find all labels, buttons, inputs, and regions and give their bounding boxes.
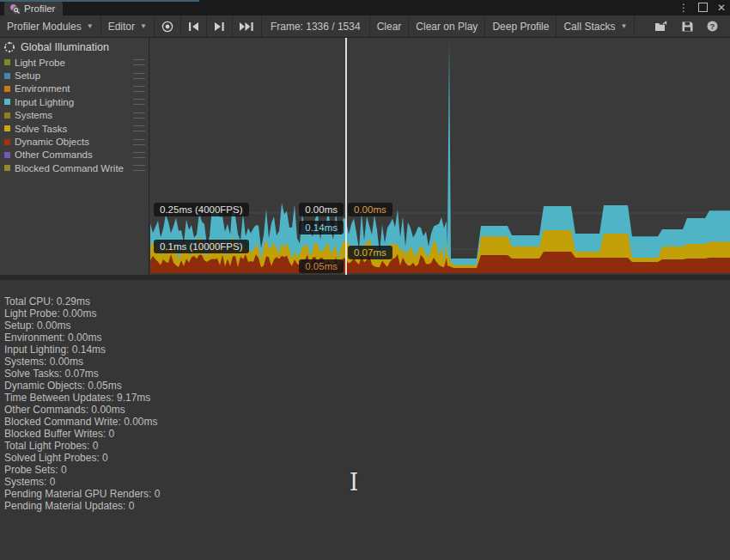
- module-title: Global Illumination: [21, 41, 109, 53]
- profiler-modules-dropdown[interactable]: Profiler Modules ▼: [0, 15, 101, 37]
- chart-marker-label: 0.00ms: [299, 203, 344, 216]
- clear-button[interactable]: Clear: [370, 15, 410, 37]
- legend-item-solve-tasks[interactable]: Solve Tasks: [0, 122, 149, 135]
- chart-marker-label: 0.07ms: [348, 246, 392, 259]
- chart-marker-label: 0.05ms: [299, 259, 344, 273]
- maximize-icon[interactable]: [698, 0, 708, 15]
- stat-line: Solve Tasks: 0.07ms: [4, 368, 730, 380]
- editor-dropdown[interactable]: Editor ▼: [101, 15, 155, 37]
- last-frame-icon: [239, 21, 255, 32]
- context-menu-button[interactable]: ⋮: [725, 15, 730, 37]
- stat-line: Total Light Probes: 0: [4, 440, 730, 452]
- tab-profiler[interactable]: Profiler: [4, 2, 63, 15]
- stat-line: Light Probe: 0.00ms: [4, 307, 730, 320]
- stat-line: Systems: 0.00ms: [4, 356, 730, 368]
- deep-profile-button[interactable]: Deep Profile: [485, 15, 557, 37]
- legend-item-environment[interactable]: Environment: [0, 82, 149, 95]
- details-pane: Total CPU: 0.29msLight Probe: 0.00msSetu…: [0, 280, 730, 560]
- stat-line: Solved Light Probes: 0: [4, 452, 730, 464]
- next-frame-icon: [213, 21, 226, 32]
- stat-line: Blocked Command Write: 0.00ms: [4, 416, 730, 428]
- stat-line: Environment: 0.00ms: [4, 332, 730, 344]
- stat-line: Systems: 0: [4, 476, 730, 488]
- drag-handle-icon[interactable]: [133, 86, 145, 92]
- prev-frame-button[interactable]: [181, 15, 207, 37]
- close-icon[interactable]: ✕: [717, 1, 726, 15]
- toolbar: Profiler Modules ▼ Editor ▼: [0, 15, 730, 38]
- stat-line: Input Lighting: 0.14ms: [4, 344, 730, 356]
- help-button[interactable]: ?: [700, 15, 725, 37]
- chart-marker-label: 0.1ms (10000FPS): [154, 240, 249, 253]
- selected-frame-line: [345, 38, 347, 275]
- legend-item-setup[interactable]: Setup: [0, 69, 149, 82]
- drag-handle-icon[interactable]: [133, 152, 145, 158]
- legend-item-dynamic-objects[interactable]: Dynamic Objects: [0, 135, 149, 148]
- stat-line: Total CPU: 0.29ms: [4, 295, 730, 307]
- chevron-down-icon: ▼: [620, 22, 627, 30]
- legend-color-swatch: [4, 165, 10, 171]
- legend-item-label: Dynamic Objects: [15, 137, 133, 147]
- legend-color-swatch: [4, 152, 10, 158]
- legend-color-swatch: [4, 125, 10, 131]
- profiler-modules-label: Profiler Modules: [7, 21, 82, 33]
- legend-item-label: Input Lighting: [15, 97, 133, 107]
- legend-color-swatch: [4, 59, 10, 65]
- module-sidebar: Global Illumination Light ProbeSetupEnvi…: [0, 38, 149, 275]
- legend-item-label: Setup: [15, 70, 133, 81]
- profiler-window: Profiler ⋮ ✕ Profiler Modules ▼ Editor ▼: [0, 0, 730, 560]
- clear-label: Clear: [377, 21, 402, 33]
- legend-item-label: Solve Tasks: [15, 124, 133, 134]
- prev-frame-icon: [187, 21, 200, 32]
- frame-label: Frame: 1336 / 1534: [271, 21, 361, 33]
- chevron-down-icon: ▼: [87, 22, 94, 30]
- call-stacks-label: Call Stacks: [563, 21, 615, 33]
- call-stacks-dropdown[interactable]: Call Stacks ▼: [557, 15, 635, 37]
- legend-color-swatch: [4, 139, 10, 145]
- legend-item-light-probe[interactable]: Light Probe: [0, 56, 149, 69]
- drag-handle-icon[interactable]: [133, 165, 145, 171]
- save-profile-button[interactable]: [675, 15, 700, 37]
- clear-on-play-label: Clear on Play: [416, 21, 478, 33]
- legend-item-input-lighting[interactable]: Input Lighting: [0, 95, 149, 108]
- drag-handle-icon[interactable]: [133, 59, 145, 65]
- legend-item-label: Other Commands: [15, 149, 133, 160]
- series-area-cyan: [150, 40, 730, 273]
- current-frame-button[interactable]: [233, 15, 262, 37]
- tab-title: Profiler: [24, 3, 55, 14]
- window-menu-icon[interactable]: ⋮: [678, 1, 689, 15]
- drag-handle-icon[interactable]: [133, 73, 145, 79]
- clear-on-play-button[interactable]: Clear on Play: [409, 15, 485, 37]
- stat-line: Blocked Buffer Writes: 0: [4, 428, 730, 440]
- chart-area[interactable]: 0.25ms (4000FPS)0.1ms (10000FPS)0.00ms0.…: [150, 38, 730, 277]
- legend-item-other-commands[interactable]: Other Commands: [0, 149, 149, 161]
- record-icon: [161, 20, 174, 33]
- drag-handle-icon[interactable]: [133, 113, 145, 119]
- stat-line: Other Commands: 0.00ms: [4, 404, 730, 416]
- next-frame-button[interactable]: [207, 15, 233, 37]
- save-icon: [681, 21, 694, 33]
- global-illumination-icon: [3, 41, 15, 53]
- frame-indicator: Frame: 1336 / 1534: [262, 15, 370, 37]
- legend-color-swatch: [4, 86, 10, 92]
- stat-line: Setup: 0.00ms: [4, 320, 730, 332]
- legend-item-label: Systems: [15, 110, 133, 120]
- record-button[interactable]: [155, 15, 181, 37]
- legend-color-swatch: [4, 99, 10, 105]
- chart-marker-label: 0.25ms (4000FPS): [154, 203, 249, 216]
- legend-list: Light ProbeSetupEnvironmentInput Lightin…: [0, 56, 149, 175]
- drag-handle-icon[interactable]: [133, 125, 145, 131]
- help-icon: ?: [706, 20, 719, 33]
- drag-handle-icon[interactable]: [133, 139, 145, 145]
- module-header[interactable]: Global Illumination: [0, 38, 149, 56]
- legend-item-systems[interactable]: Systems: [0, 109, 149, 122]
- drag-handle-icon[interactable]: [133, 99, 145, 105]
- profiler-icon: [9, 3, 21, 15]
- stat-line: Dynamic Objects: 0.05ms: [4, 380, 730, 392]
- stat-line: Pending Material GPU Renders: 0: [4, 488, 730, 500]
- legend-item-blocked-command-write[interactable]: Blocked Command Write: [0, 161, 149, 174]
- load-profile-button[interactable]: [648, 15, 675, 37]
- chart-marker-label: 0.00ms: [348, 203, 392, 216]
- chevron-down-icon: ▼: [140, 22, 147, 30]
- stat-line: Pending Material Updates: 0: [4, 500, 730, 512]
- open-folder-icon: [654, 21, 669, 33]
